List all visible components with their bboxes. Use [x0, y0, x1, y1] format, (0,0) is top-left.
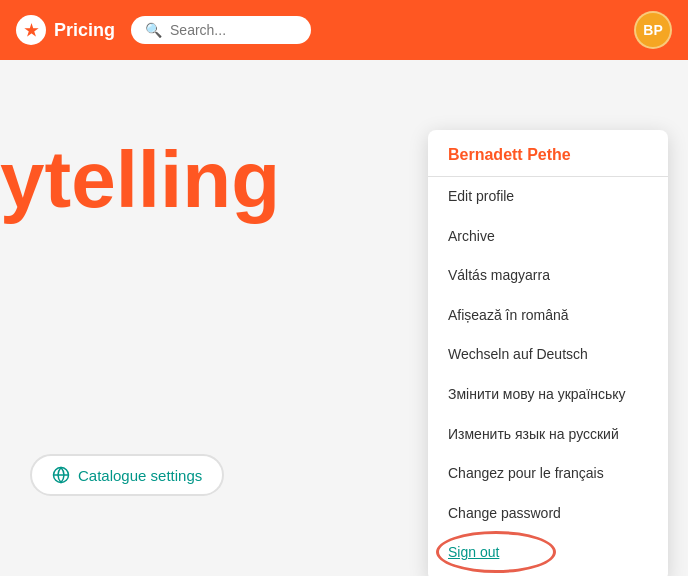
search-icon: 🔍: [145, 22, 162, 38]
catalogue-settings-button[interactable]: Catalogue settings: [30, 454, 224, 496]
dropdown-menu: Bernadett Pethe Edit profile Archive Vál…: [428, 130, 668, 576]
dropdown-item-switch-romanian[interactable]: Afișează în română: [428, 296, 668, 336]
logo-label: Pricing: [54, 20, 115, 41]
dropdown-item-switch-french[interactable]: Changez pour le français: [428, 454, 668, 494]
dropdown-item-edit-profile[interactable]: Edit profile: [428, 177, 668, 217]
dropdown-item-archive[interactable]: Archive: [428, 217, 668, 257]
avatar[interactable]: BP: [634, 11, 672, 49]
sign-out-button[interactable]: Sign out: [448, 543, 499, 563]
globe-icon: [52, 466, 70, 484]
dropdown-username: Bernadett Pethe: [448, 146, 648, 164]
dropdown-item-switch-russian[interactable]: Изменить язык на русский: [428, 415, 668, 455]
hero-text: ytelling: [0, 140, 280, 220]
logo-icon: ★: [16, 15, 46, 45]
dropdown-header: Bernadett Pethe: [428, 130, 668, 177]
sign-out-wrap: Sign out: [428, 533, 668, 573]
dropdown-item-switch-german[interactable]: Wechseln auf Deutsch: [428, 335, 668, 375]
main-content: ytelling Catalogue settings Bernadett Pe…: [0, 60, 688, 576]
dropdown-item-change-password[interactable]: Change password: [428, 494, 668, 534]
dropdown-item-switch-hungarian[interactable]: Váltás magyarra: [428, 256, 668, 296]
logo[interactable]: ★ Pricing: [16, 15, 115, 45]
catalogue-settings-label: Catalogue settings: [78, 467, 202, 484]
dropdown-item-switch-ukrainian[interactable]: Змінити мову на українську: [428, 375, 668, 415]
search-input[interactable]: [170, 22, 297, 38]
header: ★ Pricing 🔍 BP: [0, 0, 688, 60]
search-bar[interactable]: 🔍: [131, 16, 311, 44]
